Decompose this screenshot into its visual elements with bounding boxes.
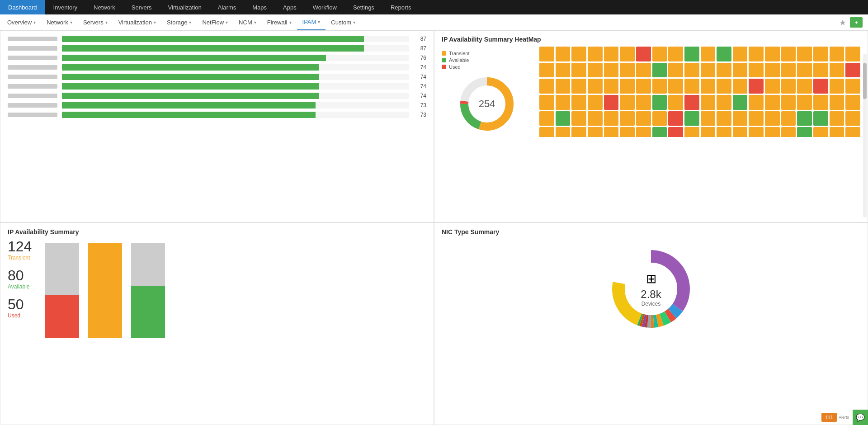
heatmap-cell bbox=[652, 79, 667, 94]
heatmap-cell bbox=[813, 127, 828, 137]
bar-chart-row: 87 bbox=[8, 36, 426, 42]
scrollbar-thumb[interactable] bbox=[863, 63, 867, 99]
nav-settings[interactable]: Settings bbox=[345, 0, 382, 14]
heatmap-cell bbox=[571, 95, 586, 110]
bar-container bbox=[62, 36, 409, 42]
heatmap-cell bbox=[588, 79, 603, 94]
nav-inventory[interactable]: Inventory bbox=[45, 0, 85, 14]
heatmap-cell bbox=[781, 79, 796, 94]
nav-network[interactable]: Network bbox=[85, 0, 123, 14]
favorite-icon[interactable]: ★ bbox=[839, 18, 846, 28]
heatmap-cell bbox=[571, 127, 586, 137]
stacked-bar-charts bbox=[45, 243, 165, 338]
heatmap-cell bbox=[797, 111, 812, 126]
subnav-custom[interactable]: Custom ▾ bbox=[326, 14, 361, 30]
heatmap-cell bbox=[797, 47, 812, 61]
heatmap-cell bbox=[588, 127, 603, 137]
used-label: Used bbox=[8, 312, 32, 319]
alerts-badge[interactable]: 111 bbox=[821, 413, 837, 422]
stacked-bar-3 bbox=[131, 243, 165, 338]
heatmap-cell bbox=[845, 63, 860, 78]
stacked-bar-1 bbox=[45, 243, 79, 338]
heatmap-cell bbox=[781, 95, 796, 110]
subnav-servers[interactable]: Servers ▾ bbox=[78, 14, 113, 30]
heatmap-cell bbox=[571, 63, 586, 78]
heatmap-cell bbox=[636, 127, 651, 137]
heatmap-cell bbox=[684, 47, 699, 61]
legend-transient: Transient bbox=[442, 51, 532, 56]
subnav-virtualization[interactable]: Virtualization ▾ bbox=[113, 14, 161, 30]
nav-alarms[interactable]: Alarms bbox=[210, 0, 244, 14]
bar-label bbox=[8, 113, 57, 117]
heatmap-cell bbox=[636, 63, 651, 78]
chevron-down-icon: ▾ bbox=[154, 20, 156, 25]
legend-available: Available bbox=[442, 57, 532, 63]
heatmap-donut-section: Transient Available Used bbox=[442, 47, 532, 137]
heatmap-cell bbox=[684, 111, 699, 126]
heatmap-cell bbox=[765, 127, 780, 137]
bar-value: 74 bbox=[414, 93, 426, 99]
heatmap-cell bbox=[588, 47, 603, 61]
heatmap-cell bbox=[733, 79, 748, 94]
heatmap-cell bbox=[765, 79, 780, 94]
nav-virtualization[interactable]: Virtualization bbox=[160, 0, 210, 14]
heatmap-cell bbox=[636, 79, 651, 94]
heatmap-cell bbox=[830, 47, 844, 61]
nav-reports[interactable]: Reports bbox=[382, 0, 420, 14]
heatmap-cell bbox=[749, 63, 764, 78]
heatmap-cell bbox=[684, 63, 699, 78]
bar-label bbox=[8, 37, 57, 41]
heatmap-cell bbox=[749, 47, 764, 61]
heatmap-cell bbox=[539, 47, 554, 61]
heatmap-cell bbox=[781, 127, 796, 137]
bar-fill bbox=[62, 55, 326, 61]
transient-label: Transient bbox=[8, 255, 32, 261]
nav-maps[interactable]: Maps bbox=[244, 0, 275, 14]
heatmap-cell bbox=[684, 79, 699, 94]
heatmap-cell bbox=[556, 95, 571, 110]
bar-container bbox=[62, 74, 409, 80]
heatmap-cell bbox=[830, 111, 844, 126]
subnav-ncm[interactable]: NCM ▾ bbox=[233, 14, 262, 30]
network-devices-icon: ⊞ bbox=[641, 271, 661, 286]
heatmap-cell bbox=[765, 47, 780, 61]
subnav-storage[interactable]: Storage ▾ bbox=[161, 14, 197, 30]
bar-fill bbox=[62, 64, 319, 71]
heatmap-cell bbox=[701, 111, 716, 126]
bar-label bbox=[8, 84, 57, 89]
heatmap-cell bbox=[571, 47, 586, 61]
subnav-netflow[interactable]: NetFlow ▾ bbox=[197, 14, 233, 30]
heatmap-cell bbox=[830, 127, 844, 137]
heatmap-cell bbox=[749, 79, 764, 94]
bar-value: 73 bbox=[414, 112, 426, 118]
scrollbar-track[interactable] bbox=[863, 54, 867, 217]
heatmap-cell bbox=[733, 95, 748, 110]
heatmap-cell bbox=[556, 127, 571, 137]
subnav-overview[interactable]: Overview ▾ bbox=[2, 14, 41, 30]
nav-workflow[interactable]: Workflow bbox=[305, 0, 345, 14]
nav-apps[interactable]: Apps bbox=[275, 0, 305, 14]
heatmap-cell bbox=[668, 95, 683, 110]
heatmap-cell bbox=[717, 79, 731, 94]
bar-label bbox=[8, 65, 57, 70]
heatmap-panel: IP Availability Summary HeatMap Transien… bbox=[434, 31, 868, 222]
bar1-top bbox=[45, 243, 79, 295]
nav-dashboard[interactable]: Dashboard bbox=[0, 0, 45, 14]
heatmap-cell bbox=[668, 47, 683, 61]
nav-servers[interactable]: Servers bbox=[123, 0, 160, 14]
chat-button[interactable]: 💬 bbox=[853, 410, 868, 425]
bar-container bbox=[62, 64, 409, 71]
subnav-firewall[interactable]: Firewall ▾ bbox=[262, 14, 297, 30]
sub-navigation: Overview ▾ Network ▾ Servers ▾ Virtualiz… bbox=[0, 14, 868, 31]
heatmap-cell bbox=[620, 63, 635, 78]
top-navigation: Dashboard Inventory Network Servers Virt… bbox=[0, 0, 868, 14]
subnav-network[interactable]: Network ▾ bbox=[41, 14, 78, 30]
add-widget-button[interactable]: + bbox=[850, 17, 863, 28]
heatmap-cell bbox=[604, 79, 619, 94]
heatmap-cell bbox=[556, 47, 571, 61]
subnav-ipam[interactable]: IPAM ▾ bbox=[297, 14, 326, 30]
bar-value: 87 bbox=[414, 36, 426, 42]
stacked-bar-2 bbox=[88, 243, 122, 338]
heatmap-cell bbox=[588, 111, 603, 126]
heatmap-cell bbox=[604, 47, 619, 61]
